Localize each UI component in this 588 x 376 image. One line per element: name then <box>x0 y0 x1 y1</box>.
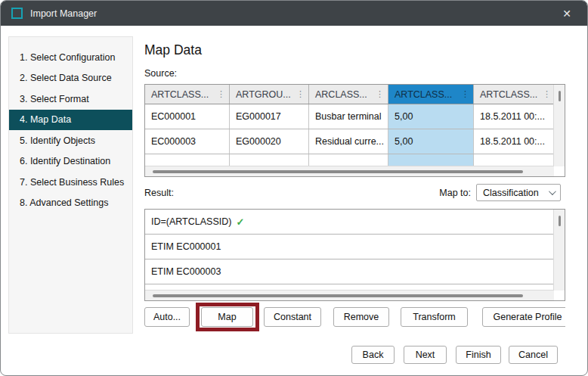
result-row-text: ID=(ARTCLASSID) <box>151 216 231 227</box>
column-header-label: ARTCLASS... <box>480 89 537 100</box>
column-menu-icon[interactable]: ⋮ <box>376 89 384 99</box>
map-button[interactable]: Map <box>201 307 253 327</box>
table-cell[interactable]: Busbar terminal <box>309 104 388 129</box>
sidebar-item-select-format[interactable]: 3. Select Format <box>9 89 132 110</box>
sidebar-item-identify-destination[interactable]: 6. Identify Destination <box>9 151 132 172</box>
result-horizontal-scrollbar[interactable] <box>145 290 554 300</box>
scrollbar-thumb[interactable] <box>153 170 523 173</box>
result-row[interactable]: ETIM EC000001 <box>145 235 554 259</box>
column-header-label: ARCLASS... <box>315 89 367 100</box>
result-row[interactable]: ETIM EC000003 <box>145 259 554 284</box>
result-label: Result: <box>144 188 174 198</box>
import-manager-dialog: Import Manager ✕ 1. Select Configuration… <box>0 0 588 376</box>
table-row-partial[interactable] <box>145 154 565 166</box>
source-table-header: ARTCLASS...⋮ ARTGROU...⋮ ARCLASS...⋮ ART… <box>145 85 565 104</box>
result-table: ID=(ARTCLASSID) ✓ ETIM EC000001 ETIM EC0… <box>144 209 565 301</box>
source-horizontal-scrollbar[interactable] <box>145 166 554 176</box>
auto-button[interactable]: Auto... <box>144 307 190 327</box>
column-header-artclass[interactable]: ARTCLASS...⋮ <box>145 85 230 104</box>
table-cell[interactable]: EC000001 <box>145 104 230 129</box>
table-cell-selected[interactable]: 5,00 <box>388 129 474 154</box>
wizard-steps-sidebar: 1. Select Configuration 2. Select Data S… <box>8 36 133 334</box>
table-cell-selected[interactable]: 5,00 <box>388 104 474 129</box>
column-header-label: ARTGROU... <box>236 89 291 100</box>
result-vertical-scrollbar[interactable] <box>553 210 565 291</box>
table-cell[interactable]: 18.5.2011 00:... <box>474 129 555 154</box>
sidebar-item-select-configuration[interactable]: 1. Select Configuration <box>9 47 132 68</box>
cancel-button[interactable]: Cancel <box>509 346 558 364</box>
column-header-artgrou[interactable]: ARTGROU...⋮ <box>230 85 309 104</box>
map-to-label: Map to: <box>422 188 471 198</box>
column-header-artclass-selected[interactable]: ARTCLASS...⋮ <box>388 85 474 104</box>
scrollbar-thumb[interactable] <box>559 216 561 226</box>
sidebar-item-map-data[interactable]: 4. Map Data <box>9 110 132 131</box>
table-cell[interactable]: Residual curre... <box>309 129 388 154</box>
source-label: Source: <box>144 68 177 79</box>
scrollbar-thumb[interactable] <box>559 91 561 101</box>
column-header-label: ARTCLASS... <box>151 89 209 100</box>
next-button[interactable]: Next <box>404 346 447 364</box>
source-vertical-scrollbar[interactable] <box>553 85 565 166</box>
map-to-value: Classification <box>483 188 539 198</box>
remove-button[interactable]: Remove <box>333 307 389 327</box>
table-cell[interactable]: EG000020 <box>230 129 309 154</box>
sidebar-item-advanced-settings[interactable]: 8. Advanced Settings <box>9 193 132 214</box>
result-row[interactable]: ID=(ARTCLASSID) ✓ <box>145 210 554 235</box>
app-icon <box>11 8 23 19</box>
table-cell[interactable]: 18.5.2011 00:... <box>474 104 555 129</box>
scrollbar-thumb[interactable] <box>153 294 523 297</box>
result-row-text: ETIM EC000001 <box>151 241 221 252</box>
finish-button[interactable]: Finish <box>456 346 501 364</box>
column-menu-icon[interactable]: ⋮ <box>296 89 305 99</box>
map-to-select[interactable]: Classification <box>476 184 561 201</box>
generate-profile-button[interactable]: Generate Profile <box>482 307 565 327</box>
constant-button[interactable]: Constant <box>264 307 321 327</box>
sidebar-item-identify-objects[interactable]: 5. Identify Objects <box>9 130 132 151</box>
table-cell[interactable]: EG000017 <box>230 104 309 129</box>
table-cell[interactable]: EC000003 <box>145 129 230 154</box>
result-row-text: ETIM EC000003 <box>151 266 221 277</box>
check-icon: ✓ <box>236 216 244 228</box>
sidebar-item-select-data-source[interactable]: 2. Select Data Source <box>9 68 132 89</box>
table-row[interactable]: EC000001 EG000017 Busbar terminal 5,00 1… <box>145 104 565 129</box>
source-table: ARTCLASS...⋮ ARTGROU...⋮ ARCLASS...⋮ ART… <box>144 84 565 177</box>
column-menu-icon[interactable]: ⋮ <box>217 89 225 99</box>
column-menu-icon[interactable]: ⋮ <box>461 89 469 99</box>
page-title: Map Data <box>144 42 202 58</box>
table-row[interactable]: EC000003 EG000020 Residual curre... 5,00… <box>145 129 565 154</box>
close-icon[interactable]: ✕ <box>552 1 581 26</box>
generate-profile-button-clip: Generate Profile <box>482 307 565 328</box>
title-bar: Import Manager ✕ <box>1 1 587 26</box>
column-header-artclass2[interactable]: ARTCLASS...⋮ <box>474 85 555 104</box>
column-header-arclass[interactable]: ARCLASS...⋮ <box>309 85 388 104</box>
column-menu-icon[interactable]: ⋮ <box>543 89 551 99</box>
back-button[interactable]: Back <box>351 346 395 364</box>
sidebar-item-select-business-rules[interactable]: 7. Select Business Rules <box>9 172 132 193</box>
chevron-down-icon <box>549 188 556 195</box>
column-header-label: ARTCLASS... <box>395 89 452 100</box>
transform-button[interactable]: Transform <box>401 307 468 327</box>
window-title: Import Manager <box>30 8 97 19</box>
